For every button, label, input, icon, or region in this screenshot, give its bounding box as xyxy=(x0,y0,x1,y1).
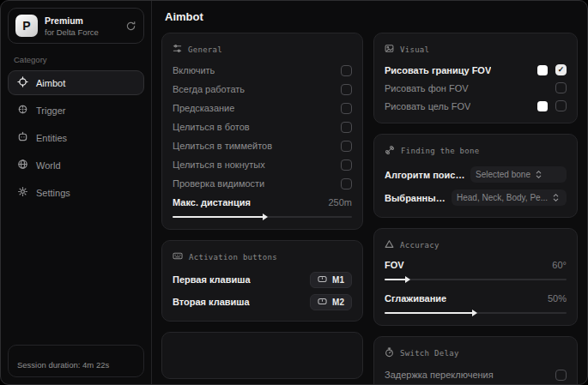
slider-header-row: FOV 60° xyxy=(385,256,567,274)
sidebar-item-entities[interactable]: Entities xyxy=(8,125,144,150)
slider-label: FOV xyxy=(385,260,404,270)
slider-header-row: Сглаживание 50% xyxy=(385,290,567,307)
sliders-icon xyxy=(173,44,182,55)
keyboard-icon xyxy=(173,251,183,262)
setting-row: Предсказание ✓ xyxy=(173,99,352,117)
bot-icon xyxy=(17,131,28,144)
visual-row: Рисовать границу FOV ✓ xyxy=(385,61,567,79)
sidebar: P Premium for Delta Force Category Aimbo… xyxy=(1,1,151,384)
bone-section-header: Finding the bone xyxy=(385,145,567,157)
max-distance-slider[interactable] xyxy=(173,212,352,221)
visual-card: Visual Рисовать границу FOV ✓ Рисовать ф… xyxy=(373,33,578,123)
switch-delay-checkbox[interactable]: ✓ xyxy=(555,370,567,381)
brand-card: P Premium for Delta Force xyxy=(8,8,144,44)
dropdown-value: Selected bone xyxy=(476,170,530,179)
draw-fov-border-checkbox[interactable]: ✓ xyxy=(555,64,567,75)
slider-track xyxy=(385,279,567,280)
slider-fill xyxy=(173,216,266,218)
sidebar-item-settings[interactable]: Settings xyxy=(8,180,144,205)
sidebar-menu: Aimbot Trigger Entities World Settings xyxy=(8,70,144,205)
keybind-value: M2 xyxy=(332,298,344,307)
slider-value: 50% xyxy=(548,293,567,304)
switch-delay-toggle-row: Задержка переключения ✓ xyxy=(385,365,567,384)
keybind-label: Первая клавиша xyxy=(173,274,251,285)
fov-border-color-swatch[interactable] xyxy=(537,65,548,75)
accuracy-section-header: Accuracy xyxy=(385,239,567,250)
session-duration-label: Session duration: 4m 22s xyxy=(17,360,109,370)
setting-row: Включить ✓ xyxy=(173,61,352,80)
bone-setting-row: Алгоритм поиска костей Selected bone xyxy=(385,163,567,186)
setting-label: Включить xyxy=(173,65,215,75)
toggle-label: Задержка переключения xyxy=(385,370,494,380)
prediction-checkbox[interactable]: ✓ xyxy=(341,103,352,114)
globe-icon xyxy=(17,159,28,171)
aim-bots-checkbox[interactable]: ✓ xyxy=(341,122,352,133)
visual-controls: ✓ xyxy=(537,64,567,75)
visual-controls: ✓ xyxy=(537,100,567,111)
fov-target-color-swatch[interactable] xyxy=(537,101,548,111)
bone-setting-label: Выбранные кости xyxy=(385,193,446,203)
keybind-value: M1 xyxy=(332,275,344,285)
section-title: Accuracy xyxy=(400,241,439,250)
main-panel: Aimbot General Включить ✓ Всегда работат… xyxy=(151,1,587,384)
finding-bone-card: Finding the bone Алгоритм поиска костей … xyxy=(373,134,578,218)
smoothing-group: Сглаживание 50% xyxy=(385,290,567,317)
bone-algorithm-dropdown[interactable]: Selected bone xyxy=(470,166,567,183)
target-icon xyxy=(17,104,28,117)
refresh-icon[interactable] xyxy=(125,21,136,32)
sidebar-item-trigger[interactable]: Trigger xyxy=(8,98,144,123)
visual-label: Рисовать фон FOV xyxy=(385,83,469,93)
bone-icon xyxy=(385,145,395,157)
always-work-checkbox[interactable]: ✓ xyxy=(341,84,352,95)
unfold-icon xyxy=(535,170,543,179)
section-title: Finding the bone xyxy=(401,147,480,155)
aim-teammates-checkbox[interactable]: ✓ xyxy=(341,141,352,152)
setting-label: Целиться в тиммейтов xyxy=(173,141,272,151)
selected-bones-dropdown[interactable]: Head, Neck, Body, Pe... xyxy=(452,189,567,206)
setting-row: Целиться в ботов ✓ xyxy=(173,117,352,136)
activation-section-header: Activation buttons xyxy=(173,251,352,262)
draw-fov-background-checkbox[interactable]: ✓ xyxy=(555,82,567,93)
enable-checkbox[interactable]: ✓ xyxy=(341,65,352,76)
sidebar-item-label: Aimbot xyxy=(36,78,65,88)
smoothing-slider[interactable] xyxy=(385,308,567,317)
visibility-check-checkbox[interactable]: ✓ xyxy=(341,178,352,189)
aim-knocked-checkbox[interactable]: ✓ xyxy=(341,159,352,171)
crosshair-icon xyxy=(17,76,28,89)
keybind-row: Первая клавиша M1 xyxy=(173,268,352,291)
switch-delay-card: Switch Delay Задержка переключения ✓ Зад… xyxy=(373,336,578,385)
keybind-label: Вторая клавиша xyxy=(173,297,250,307)
content-columns: General Включить ✓ Всегда работать ✓ Пре… xyxy=(161,33,576,379)
draw-fov-target-checkbox[interactable]: ✓ xyxy=(555,100,567,111)
brand-title: Premium xyxy=(45,15,118,26)
fov-group: FOV 60° xyxy=(385,256,567,284)
visual-row: Рисовать фон FOV ✓ xyxy=(385,79,567,97)
section-title: Visual xyxy=(400,45,429,54)
setting-row: Целиться в нокнутых ✓ xyxy=(173,155,352,174)
brand-subtitle: for Delta Force xyxy=(45,27,118,37)
sidebar-item-world[interactable]: World xyxy=(8,153,144,177)
accuracy-card: Accuracy FOV 60° Сг xyxy=(373,228,578,326)
mouse-icon xyxy=(318,275,327,285)
empty-card xyxy=(161,332,363,379)
image-icon xyxy=(385,44,394,55)
second-key-button[interactable]: M2 xyxy=(310,294,352,310)
setting-label: Целиться в нокнутых xyxy=(173,159,265,170)
first-key-button[interactable]: M1 xyxy=(310,272,352,288)
sidebar-item-aimbot[interactable]: Aimbot xyxy=(8,70,144,95)
max-distance-group: Макс. дистанция 250m xyxy=(173,194,352,221)
setting-row: Проверка видимости ✓ xyxy=(173,174,352,193)
sidebar-item-label: Entities xyxy=(36,133,67,143)
bone-setting-label: Алгоритм поиска костей xyxy=(385,170,465,180)
general-card: General Включить ✓ Всегда работать ✓ Пре… xyxy=(161,33,363,230)
checkmark-icon: ✓ xyxy=(558,66,565,74)
sidebar-item-label: World xyxy=(36,160,61,171)
bone-setting-row: Выбранные кости Head, Neck, Body, Pe... xyxy=(385,186,567,209)
slider-value: 250m xyxy=(328,197,352,208)
setting-row: Всегда работать ✓ xyxy=(173,80,352,99)
fov-slider[interactable] xyxy=(385,274,567,284)
setting-label: Предсказание xyxy=(173,103,234,113)
slider-value: 60° xyxy=(552,260,567,270)
setting-label: Проверка видимости xyxy=(173,178,264,189)
visual-controls: ✓ xyxy=(555,82,567,93)
